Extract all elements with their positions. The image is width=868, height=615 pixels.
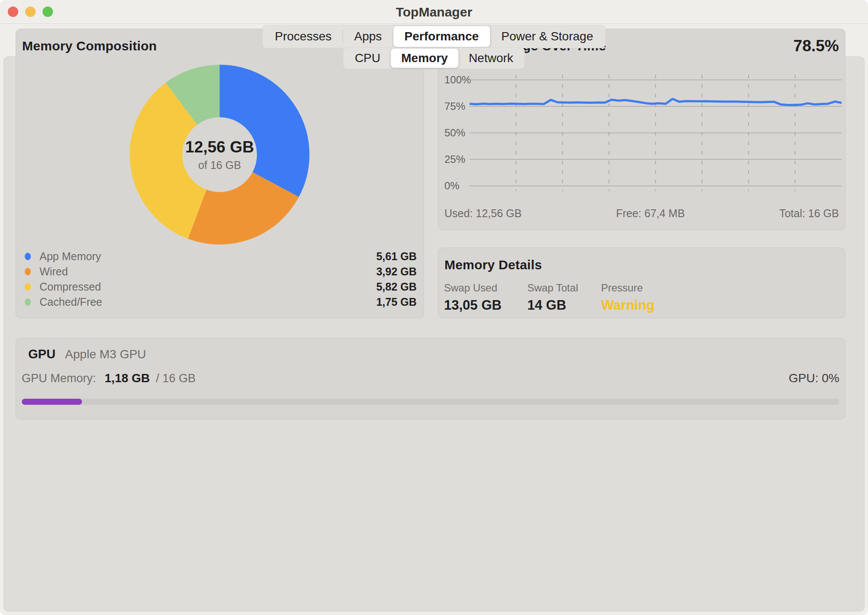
detail-field-value: Warning: [601, 298, 654, 313]
legend-label: Cached/Free: [39, 296, 376, 308]
y-axis-tick-label: 0%: [444, 180, 470, 192]
legend-row: Wired3,92 GB: [25, 264, 417, 279]
tab-processes[interactable]: Processes: [263, 26, 343, 47]
gpu-header-row: GPU Apple M3 GPU: [28, 347, 146, 361]
window-title: TopManager: [0, 0, 868, 24]
detail-field-swap-total: Swap Total14 GB: [527, 282, 582, 313]
subtab-memory[interactable]: Memory: [391, 49, 458, 68]
memory-details-panel: Memory Details Swap Used13,05 GBSwap Tot…: [438, 248, 845, 318]
donut-slice-compressed: [156, 104, 197, 214]
gpu-memory-used: 1,18 GB: [105, 371, 150, 385]
donut-slice-app-memory: [220, 91, 283, 185]
titlebar: TopManager: [0, 0, 868, 24]
legend-label: App Memory: [39, 250, 376, 263]
memory-usage-chart: 100%75%50%25%0%: [444, 71, 842, 197]
memory-donut-chart: 12,56 GB of 16 GB: [128, 63, 311, 246]
subtab-network[interactable]: Network: [458, 49, 524, 68]
memory-usage-current-percent: 78.5%: [793, 37, 839, 55]
gpu-label: GPU: [28, 347, 56, 361]
donut-slice-wired: [197, 185, 276, 218]
tab-apps[interactable]: Apps: [343, 26, 393, 47]
free-memory-stat: Free: 67,4 MB: [616, 207, 684, 220]
legend-value: 5,61 GB: [376, 250, 417, 263]
gpu-memory-progressbar: [22, 399, 839, 405]
detail-field-value: 13,05 GB: [444, 298, 508, 313]
used-memory-stat: Used: 12,56 GB: [444, 207, 522, 220]
detail-field-label: Swap Used: [444, 282, 508, 294]
gpu-memory-row: GPU Memory: 1,18 GB / 16 GB: [22, 371, 196, 385]
memory-usage-stats: Used: 12,56 GB Free: 67,4 MB Total: 16 G…: [444, 207, 839, 220]
detail-field-label: Swap Total: [527, 282, 582, 294]
performance-sub-tab-bar: CPUMemoryNetwork: [343, 47, 525, 69]
gpu-usage-percent: GPU: 0%: [789, 371, 839, 385]
memory-details-fields: Swap Used13,05 GBSwap Total14 GBPressure…: [444, 282, 654, 313]
donut-slice-cached-free: [181, 91, 220, 104]
line-chart-svg: [470, 71, 842, 197]
donut-svg: [128, 63, 311, 246]
gpu-memory-label: GPU Memory:: [22, 372, 96, 385]
legend-label: Wired: [39, 265, 376, 278]
detail-field-value: 14 GB: [527, 298, 582, 313]
legend-label: Compressed: [39, 281, 376, 293]
memory-composition-panel: Memory Composition 12,56 GB of 16 GB App…: [16, 29, 424, 318]
gpu-memory-total: / 16 GB: [156, 372, 196, 385]
y-axis-tick-label: 100%: [444, 74, 470, 86]
detail-field-label: Pressure: [601, 282, 654, 294]
memory-composition-title: Memory Composition: [22, 39, 157, 53]
detail-field-swap-used: Swap Used13,05 GB: [444, 282, 508, 313]
gpu-panel: GPU Apple M3 GPU GPU Memory: 1,18 GB / 1…: [16, 338, 845, 420]
tab-performance[interactable]: Performance: [393, 26, 490, 47]
subtab-cpu[interactable]: CPU: [344, 49, 391, 68]
y-axis-tick-label: 50%: [444, 127, 470, 139]
y-axis-tick-label: 75%: [444, 100, 470, 112]
main-tab-bar: ProcessesAppsPerformancePower & Storage: [262, 25, 605, 48]
memory-legend: App Memory5,61 GBWired3,92 GBCompressed5…: [25, 249, 417, 310]
memory-details-title: Memory Details: [444, 258, 542, 272]
y-axis-labels: 100%75%50%25%0%: [444, 71, 465, 197]
legend-value: 3,92 GB: [376, 265, 417, 278]
app-window: TopManager ProcessesAppsPerformancePower…: [0, 0, 868, 615]
legend-color-dot: [25, 298, 31, 306]
legend-value: 1,75 GB: [376, 296, 417, 308]
gpu-memory-progress-fill: [22, 399, 82, 405]
legend-color-dot: [25, 253, 31, 260]
total-memory-stat: Total: 16 GB: [779, 207, 839, 220]
detail-field-pressure: PressureWarning: [601, 282, 654, 313]
gpu-name: Apple M3 GPU: [65, 347, 146, 361]
legend-row: App Memory5,61 GB: [25, 249, 417, 264]
y-axis-tick-label: 25%: [444, 153, 470, 165]
tab-power-storage[interactable]: Power & Storage: [490, 26, 605, 47]
memory-usage-line-series: [470, 99, 842, 105]
legend-color-dot: [25, 283, 31, 291]
legend-color-dot: [25, 268, 31, 275]
legend-row: Cached/Free1,75 GB: [25, 294, 417, 310]
legend-value: 5,82 GB: [376, 281, 417, 293]
legend-row: Compressed5,82 GB: [25, 279, 417, 294]
